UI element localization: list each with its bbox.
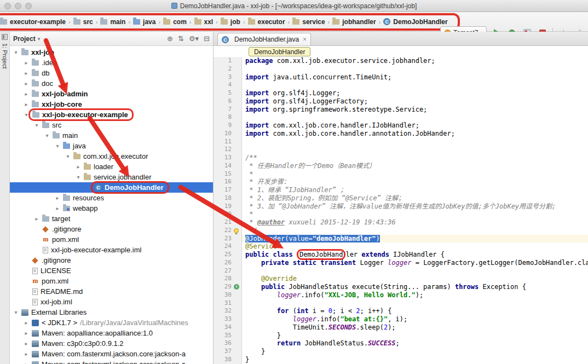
tree-item-license[interactable]: LICENSE (10, 265, 213, 276)
code-line-14[interactable]: 14 * 任务Handler的一个Demo（Bean模式） (214, 162, 588, 170)
tree-item-readme-md[interactable]: README.md (10, 286, 213, 297)
gutter[interactable]: 36 (214, 339, 242, 348)
tree-toggle-icon[interactable]: ▸ (54, 195, 61, 201)
tree-item-external-libraries[interactable]: ▾External Libraries (10, 307, 213, 317)
code-line-23[interactable]: 23@JobHander(value="demoJobHandler") (214, 235, 588, 243)
tree-toggle-icon[interactable]: ▸ (22, 361, 30, 364)
code-line-4[interactable]: 4 (214, 81, 588, 89)
code-line-12[interactable]: 12 (214, 146, 588, 154)
tree-item-gitignore[interactable]: .gitignore (10, 224, 213, 234)
gutter[interactable]: 33 (214, 315, 242, 323)
code-line-29[interactable]: 29↑ public JobHandleStatus execute(Strin… (214, 283, 588, 291)
tree-item-pom-xml[interactable]: mpom.xml (10, 276, 213, 286)
tree-item-xxl-job-admin[interactable]: ▸xxl-job-admin (10, 89, 213, 99)
tree-toggle-icon[interactable]: ▸ (22, 60, 30, 66)
code-line-6[interactable]: 6import org.slf4j.LoggerFactory; (214, 97, 588, 106)
tree-item-loader[interactable]: ▸loader (10, 161, 213, 172)
breadcrumb-item-java[interactable]: java (132, 18, 157, 26)
tree-toggle-icon[interactable]: ▾ (43, 132, 51, 138)
tree-item-src[interactable]: ▾src (10, 120, 213, 130)
code-line-34[interactable]: 34 TimeUnit.SECONDS.sleep(2); (214, 323, 588, 332)
code-line-22[interactable]: 22 */ (214, 227, 588, 235)
code-line-2[interactable]: 2 (214, 65, 588, 73)
gutter[interactable]: 5 (214, 89, 242, 97)
tree-item-demojobhandler[interactable]: CDemoJobHandler (10, 182, 213, 193)
gutter[interactable]: 8 (214, 113, 242, 122)
gutter[interactable]: 4 (214, 81, 242, 89)
gutter[interactable]: 13 (214, 154, 242, 162)
tree-item-xxl-job[interactable]: ▾xxl-job (10, 47, 213, 57)
gutter[interactable]: 23 (214, 235, 242, 243)
code-line-3[interactable]: 3import java.util.concurrent.TimeUnit; (214, 73, 588, 82)
gutter[interactable]: 35 (214, 332, 242, 340)
code-line-7[interactable]: 7import org.springframework.stereotype.S… (214, 106, 588, 114)
gutter[interactable]: 29↑ (214, 283, 242, 291)
gutter[interactable]: 34 (214, 323, 242, 332)
gutter[interactable]: 2 (214, 65, 242, 73)
tree-item-xxl-job-executor-example[interactable]: ▾xxl-job-executor-example (10, 109, 213, 120)
override-marker-icon[interactable]: ↑ (234, 284, 239, 290)
tree-item-maven-c3p0-c3p0-0-9-1-2[interactable]: ▸Maven: c3p0:c3p0:0.9.1.2 (10, 338, 213, 349)
breadcrumb-item-demojobhandler[interactable]: CDemoJobHandler (382, 18, 448, 26)
gutter[interactable]: 22 (214, 227, 242, 235)
minimize-window-button[interactable] (15, 3, 21, 9)
gutter[interactable]: 31 (214, 299, 242, 308)
tree-item-jdk1-7[interactable]: ▸< JDK1.7 >/Library/Java/JavaVirtualMach… (10, 317, 213, 328)
code-line-15[interactable]: 15 * (214, 170, 588, 178)
code-editor[interactable]: 1package com.xxl.job.executor.service.jo… (214, 57, 588, 364)
breadcrumb-item-service[interactable]: service (291, 18, 326, 26)
gear-icon[interactable]: ⚙▾ (189, 34, 199, 43)
breadcrumb-item-executor-example[interactable]: executor-example (0, 18, 67, 26)
window-controls[interactable] (4, 3, 32, 9)
code-line-18[interactable]: 18 * 2、装配到Spring，例如加 “@Service” 注解； (214, 194, 588, 203)
code-line-31[interactable]: 31 (214, 299, 588, 308)
tree-item-maven-com-fasterxml-jackson-core-jackson-a[interactable]: ▸Maven: com.fasterxml.jackson.core:jacks… (10, 349, 213, 359)
close-icon[interactable]: × (302, 36, 307, 43)
tree-item-maven-aopalliance-aopalliance-1-0[interactable]: ▸Maven: aopalliance:aopalliance:1.0 (10, 328, 213, 338)
tree-toggle-icon[interactable]: ▸ (33, 216, 41, 222)
code-line-27[interactable]: 27 (214, 267, 588, 275)
gutter[interactable]: 9 (214, 122, 242, 130)
tree-item-pom-xml[interactable]: mpom.xml (10, 234, 213, 245)
breadcrumb-item-job[interactable]: job (220, 18, 241, 26)
scroll-sync-button[interactable]: ⇅ (178, 34, 184, 43)
project-view-selector[interactable]: Project (13, 35, 36, 43)
gutter[interactable]: 27 (214, 267, 242, 275)
tree-toggle-icon[interactable]: ▾ (54, 143, 61, 149)
tree-item-idea[interactable]: ▸.idea (10, 57, 213, 68)
breadcrumb-item-jobhandler[interactable]: jobhandler (331, 18, 377, 26)
tree-toggle-icon[interactable]: ▸ (22, 351, 30, 357)
code-line-9[interactable]: 9import com.xxl.job.core.handler.IJobHan… (214, 122, 588, 130)
code-line-32[interactable]: 32 for (int i = 0; i < 2; i++) { (214, 307, 588, 315)
code-line-33[interactable]: 33 logger.info("beat at:{}", i); (214, 315, 588, 323)
tree-item-service-jobhandler[interactable]: ▾service.jobhandler (10, 172, 213, 182)
gutter[interactable]: 38 (214, 356, 242, 364)
gutter[interactable]: 10 (214, 130, 242, 138)
gutter[interactable]: 12 (214, 146, 242, 154)
gutter[interactable]: 37 (214, 348, 242, 356)
tree-item-xxl-job-executor-example-iml[interactable]: xxl-job-executor-example.iml (10, 245, 213, 255)
code-line-25[interactable]: 25public class DemoJobHandler extends IJ… (214, 251, 588, 259)
tree-toggle-icon[interactable]: ▾ (64, 153, 72, 159)
tree-toggle-icon[interactable]: ▸ (22, 340, 30, 346)
code-line-30[interactable]: 30 logger.info("XXL-JOB, Hello World."); (214, 291, 588, 299)
tree-toggle-icon[interactable]: ▸ (54, 205, 61, 211)
tree-toggle-icon[interactable]: ▾ (33, 122, 41, 128)
gutter[interactable]: 32 (214, 307, 242, 315)
gutter[interactable]: 15 (214, 170, 242, 178)
tree-item-db[interactable]: ▸db (10, 68, 213, 78)
gutter[interactable]: 25 (214, 251, 242, 259)
tree-item-main[interactable]: ▾main (10, 130, 213, 141)
gutter[interactable]: 16 (214, 178, 242, 186)
gutter[interactable]: 30 (214, 291, 242, 299)
code-line-10[interactable]: 10import com.xxl.job.core.handler.annota… (214, 130, 588, 138)
gutter[interactable]: 6 (214, 97, 242, 106)
tree-toggle-icon[interactable]: ▸ (22, 80, 30, 86)
code-line-16[interactable]: 16 * 开发步骤： (214, 178, 588, 186)
tree-toggle-icon[interactable]: ▾ (12, 309, 20, 315)
tree-item-doc[interactable]: ▸doc (10, 78, 213, 89)
file-breadcrumb-chip[interactable]: DemoJobHandler (249, 47, 310, 56)
code-line-37[interactable]: 37 } (214, 348, 588, 356)
tree-toggle-icon[interactable]: ▾ (12, 49, 20, 55)
tree-item-xxl-job-core[interactable]: ▸xxl-job-core (10, 99, 213, 109)
